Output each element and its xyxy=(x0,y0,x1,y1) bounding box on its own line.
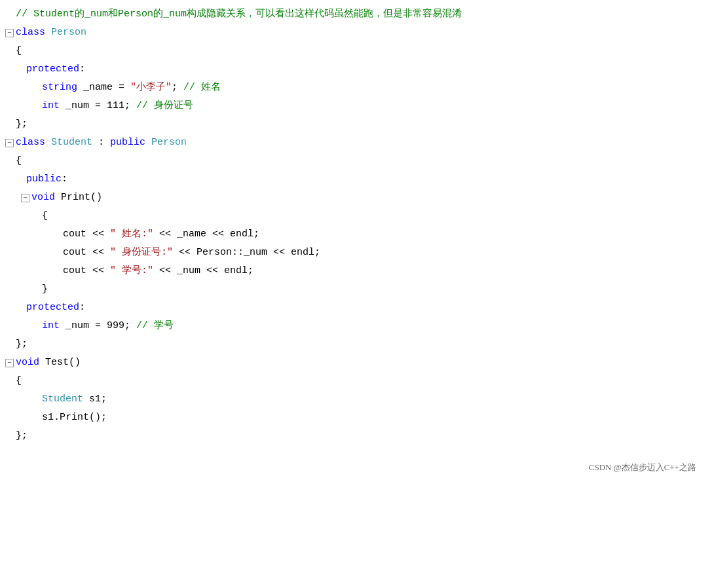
person-string-name: string _name = "小李子" ; // 姓名 xyxy=(0,79,712,97)
person-open-brace: { xyxy=(0,42,712,60)
student-close-brace: }; xyxy=(0,335,712,354)
comment-top-line: // Student的_num和Person的_num构成隐藏关系，可以看出这样… xyxy=(0,5,712,24)
class-keyword-student: class xyxy=(16,135,51,151)
collapse-student[interactable]: − xyxy=(5,139,14,147)
comment-name: // 姓名 xyxy=(183,80,221,96)
watermark: CSDN @杰信步迈入C++之路 xyxy=(0,450,712,485)
collapse-person[interactable]: − xyxy=(5,29,14,37)
test-open-brace: { xyxy=(0,372,712,390)
student-s1-decl: Student s1; xyxy=(0,390,712,409)
s1-print-call: s1.Print(); xyxy=(0,409,712,427)
student-open-brace: { xyxy=(0,152,712,170)
class-person-declaration: − class Person xyxy=(0,24,712,42)
person-int-num: int _num = 111; // 身份证号 xyxy=(0,97,712,115)
comment-student-id: // 学号 xyxy=(136,318,174,334)
cout-name-line: cout << " 姓名:" << _name << endl; xyxy=(0,225,712,244)
collapse-print[interactable]: − xyxy=(21,194,29,202)
student-public: public : xyxy=(0,170,712,189)
top-comment: // Student的_num和Person的_num构成隐藏关系，可以看出这样… xyxy=(16,7,462,22)
print-func-declaration: − void Print() xyxy=(0,189,712,207)
student-protected: protected : xyxy=(0,299,712,317)
cout-id-line: cout << " 身份证号:" << Person::_num << endl… xyxy=(0,244,712,262)
cout-num-line: cout << " 学号:" << _num << endl; xyxy=(0,262,712,280)
comment-id: // 身份证号 xyxy=(136,98,193,114)
class-student-declaration: − class Student : public Person xyxy=(0,134,712,152)
string-value-name: "小李子" xyxy=(130,80,172,96)
person-protected: protected : xyxy=(0,60,712,79)
class-keyword-person: class xyxy=(16,25,51,41)
person-class-name: Person xyxy=(51,25,86,41)
test-func-declaration: − void Test() xyxy=(0,354,712,372)
collapse-test[interactable]: − xyxy=(5,359,14,367)
print-close-brace: } xyxy=(0,280,712,299)
code-container: // Student的_num和Person的_num构成隐藏关系，可以看出这样… xyxy=(0,0,712,450)
student-int-num: int _num = 999; // 学号 xyxy=(0,317,712,335)
print-open-brace: { xyxy=(0,207,712,225)
student-class-name: Student xyxy=(51,135,92,151)
person-close-brace: }; xyxy=(0,115,712,134)
test-close-brace: }; xyxy=(0,427,712,445)
